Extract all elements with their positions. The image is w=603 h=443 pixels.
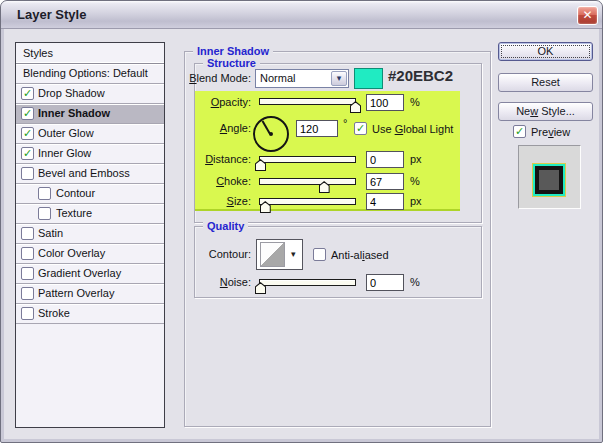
checkbox[interactable] <box>21 167 34 180</box>
structure-group-title: Structure <box>203 57 260 69</box>
preview-label: Preview <box>531 126 570 139</box>
chevron-down-icon[interactable]: ▾ <box>331 71 347 86</box>
noise-input[interactable] <box>366 274 404 291</box>
checkbox[interactable] <box>21 227 34 240</box>
sidebar-item-color-overlay[interactable]: Color Overlay <box>16 244 164 264</box>
shadow-color-swatch[interactable] <box>354 68 383 89</box>
inner-shadow-group-title: Inner Shadow <box>193 45 273 57</box>
checkbox[interactable] <box>38 187 51 200</box>
angle-dial[interactable] <box>253 116 289 152</box>
size-slider-thumb[interactable] <box>260 201 271 213</box>
choke-input[interactable] <box>366 173 404 190</box>
angle-dial-center <box>269 132 273 136</box>
preview-checkbox[interactable]: ✓ <box>513 125 526 138</box>
noise-label: Noise: <box>181 276 251 289</box>
sidebar-item-blending-options[interactable]: Blending Options: Default <box>16 64 164 84</box>
sidebar-item-contour[interactable]: Contour <box>16 184 164 204</box>
distance-label: Distance: <box>181 153 251 166</box>
contour-picker[interactable]: ▾ <box>256 239 303 270</box>
close-icon[interactable]: ✕ <box>577 6 598 25</box>
chevron-down-icon[interactable]: ▾ <box>291 249 296 259</box>
styles-header: Styles <box>16 43 164 64</box>
shadow-color-hex: #20EBC2 <box>388 67 453 84</box>
angle-label: Angle: <box>181 122 251 135</box>
choke-unit: % <box>410 175 420 188</box>
title-bar[interactable]: Layer Style ✕ <box>1 1 602 29</box>
size-unit: px <box>410 195 422 208</box>
distance-slider[interactable] <box>259 156 356 163</box>
checkbox[interactable]: ✓ <box>21 147 34 160</box>
choke-slider-thumb[interactable] <box>319 181 330 193</box>
new-style-button[interactable]: New Style... <box>498 102 593 121</box>
sidebar-item-inner-glow[interactable]: ✓ Inner Glow <box>16 144 164 164</box>
angle-unit: ° <box>343 117 347 130</box>
sidebar-item-texture[interactable]: Texture <box>16 204 164 224</box>
checkbox[interactable]: ✓ <box>21 127 34 140</box>
sidebar-item-drop-shadow[interactable]: ✓ Drop Shadow <box>16 84 164 104</box>
preview-core <box>535 166 563 194</box>
blend-mode-select[interactable]: Normal ▾ <box>255 69 349 88</box>
checkbox[interactable] <box>21 247 34 260</box>
preview-outer-ring <box>532 163 566 197</box>
sidebar-item-inner-shadow[interactable]: ✓ Inner Shadow <box>16 104 164 124</box>
checkbox[interactable]: ✓ <box>21 107 34 120</box>
opacity-slider[interactable] <box>259 98 356 105</box>
sidebar-item-gradient-overlay[interactable]: Gradient Overlay <box>16 264 164 284</box>
contour-thumbnail[interactable] <box>260 242 285 267</box>
opacity-input[interactable] <box>366 94 404 111</box>
opacity-unit: % <box>410 96 420 109</box>
noise-slider[interactable] <box>259 279 356 286</box>
anti-aliased-label: Anti-aliased <box>331 249 389 262</box>
anti-aliased-checkbox[interactable] <box>313 248 326 261</box>
angle-input[interactable] <box>296 120 338 137</box>
sidebar-item-stroke[interactable]: Stroke <box>16 304 164 324</box>
checkbox[interactable] <box>21 307 34 320</box>
sidebar-item-pattern-overlay[interactable]: Pattern Overlay <box>16 284 164 304</box>
preview-teal-ring <box>533 164 565 196</box>
distance-unit: px <box>410 153 422 166</box>
blend-mode-label: Blend Mode: <box>181 72 251 85</box>
choke-label: Choke: <box>181 175 251 188</box>
blend-mode-value: Normal <box>260 72 295 85</box>
use-global-light-checkbox[interactable]: ✓ <box>354 122 367 135</box>
contour-label: Contour: <box>181 248 251 261</box>
checkbox[interactable] <box>21 267 34 280</box>
size-label: Size: <box>181 195 251 208</box>
noise-unit: % <box>410 276 420 289</box>
quality-group-title: Quality <box>203 220 248 232</box>
sidebar-item-bevel-and-emboss[interactable]: Bevel and Emboss <box>16 164 164 184</box>
size-slider[interactable] <box>259 198 356 205</box>
distance-input[interactable] <box>366 151 404 168</box>
styles-panel: Styles Blending Options: Default ✓ Drop … <box>15 42 165 428</box>
layer-style-dialog: Layer Style ✕ Styles Blending Options: D… <box>0 0 603 443</box>
sidebar-item-satin[interactable]: Satin <box>16 224 164 244</box>
highlight-overlay <box>195 91 460 211</box>
use-global-light-label: Use Global Light <box>372 123 453 136</box>
style-preview-thumbnail <box>518 145 581 209</box>
sidebar-item-outer-glow[interactable]: ✓ Outer Glow <box>16 124 164 144</box>
checkbox[interactable] <box>38 207 51 220</box>
size-input[interactable] <box>366 193 404 210</box>
opacity-label: Opacity: <box>181 96 251 109</box>
window-title: Layer Style <box>17 7 86 22</box>
reset-button[interactable]: Reset <box>498 73 593 92</box>
checkbox[interactable] <box>21 287 34 300</box>
choke-slider[interactable] <box>259 178 356 185</box>
ok-button[interactable]: OK <box>498 42 593 61</box>
checkbox[interactable]: ✓ <box>21 87 34 100</box>
